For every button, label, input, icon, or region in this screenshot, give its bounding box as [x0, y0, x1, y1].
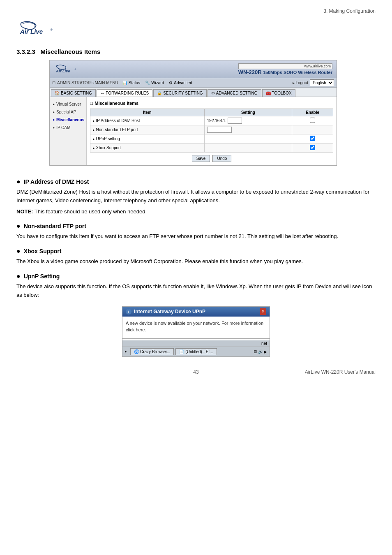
row-enable-upnp [292, 134, 333, 143]
bullet-heading-upnp: UpnP Setting [16, 273, 376, 280]
dmz-checkbox[interactable] [310, 118, 315, 123]
taskbar-item-untitled[interactable]: 📄 (Untitled) - Et... [175, 348, 217, 355]
table-row: Xbox Support [90, 143, 333, 153]
nav-items: 📊 Status 🔧 Wizard ⚙ Advanced [122, 81, 192, 85]
bullet-body-dmz: DMZ (DeMilitarized Zone) Host is a host … [16, 188, 376, 205]
misc-table: Item Setting Enable IP Address of DMZ Ho… [90, 109, 333, 153]
bullet-section-xbox: Xbox Support The Xbox is a video game co… [16, 247, 376, 266]
tab-advanced-setting[interactable]: ⚙ ADVANCED SETTING [208, 89, 261, 97]
ftp-input[interactable] [207, 127, 232, 133]
router-tabs: 🏠 BASIC SETTING ↔ FORWARDING RULES 🔒 SEC… [50, 88, 337, 97]
taskbar-item-browser[interactable]: 🌀 Crazy Browser... [130, 348, 174, 355]
nav-status[interactable]: 📊 Status [122, 81, 140, 85]
svg-text:®: ® [51, 28, 53, 31]
svg-text:Air Live: Air Live [55, 69, 70, 73]
router-header: Air Live ® www.airlive.com WN-220R 150Mb… [50, 60, 337, 78]
row-enable-ftp [292, 125, 333, 134]
router-body: Virtual Server Special AP Miscellaneous … [50, 97, 337, 165]
sys-icon-3: ▶ [264, 349, 267, 354]
row-setting-dmz: 192.168.1. [204, 116, 292, 125]
bullet-body-ftp: You have to configure this item if you w… [16, 232, 376, 241]
save-button[interactable]: Save [192, 155, 210, 162]
row-setting-ftp [204, 125, 292, 134]
tab-forwarding-rules[interactable]: ↔ FORWARDING RULES [97, 89, 152, 97]
bullet-body-xbox: The Xbox is a video game console produce… [16, 257, 376, 266]
router-sidebar: Virtual Server Special AP Miscellaneous … [50, 97, 87, 165]
page-icon: 📄 [179, 349, 184, 354]
upnp-taskbar: ▸ 🌀 Crazy Browser... 📄 (Untitled) - Et..… [122, 347, 270, 356]
website-label: www.airlive.com [238, 63, 332, 69]
col-header-setting: Setting [204, 109, 292, 116]
col-header-item: Item [90, 109, 205, 116]
language-select[interactable]: English [310, 79, 334, 86]
chapter-label: 3. Making Configuration [323, 8, 376, 14]
bullet-section-upnp: UpnP Setting The device also supports th… [16, 273, 376, 300]
tab-security-setting[interactable]: 🔒 SECURITY SETTING [153, 89, 207, 97]
logo-area: Air Live ® [16, 18, 376, 40]
svg-text:Air Live: Air Live [20, 28, 43, 35]
tab-toolbox[interactable]: 🧰 TOOLBOX [262, 89, 295, 97]
nav-wizard[interactable]: 🔧 Wizard [145, 81, 164, 85]
sys-icon-2: 🔊 [258, 349, 263, 354]
logout-button[interactable]: ▸ Logout [293, 81, 308, 85]
bullet-section-dmz: IP Address of DMZ Host DMZ (DeMilitarize… [16, 178, 376, 216]
note-dmz: NOTE: This feature should be used only w… [16, 208, 376, 216]
nav-advanced[interactable]: ⚙ Advanced [169, 81, 192, 85]
sidebar-item-ip-cam[interactable]: IP CAM [50, 124, 86, 132]
logout-area: ▸ Logout English [293, 79, 334, 86]
sidebar-item-virtual-server[interactable]: Virtual Server [50, 100, 86, 108]
sys-icon-1: 🖥 [253, 349, 257, 354]
sidebar-item-miscellaneous[interactable]: Miscellaneous [50, 116, 86, 124]
upnp-checkbox[interactable] [310, 136, 315, 141]
dmz-input[interactable] [228, 118, 242, 124]
router-logo: Air Live ® [54, 63, 87, 75]
upnp-popup: i Internet Gateway Device UPnP ✕ A new d… [122, 306, 270, 357]
model-desc: 150Mbps SOHO Wireless Router [263, 70, 332, 75]
section-title: 3.3.2.3 Miscellaneous Items [16, 48, 376, 55]
router-nav: ☐ ADMINISTRATOR's MAIN MENU 📊 Status 🔧 W… [50, 78, 337, 88]
taskbar-arrow: ▸ [125, 349, 127, 354]
admin-menu: ☐ ADMINISTRATOR's MAIN MENU [52, 81, 118, 85]
router-brand: Air Live ® [54, 63, 87, 75]
footer-page-number: 43 [136, 369, 256, 375]
row-setting-xbox [204, 143, 292, 153]
upnp-icon: i [126, 309, 131, 314]
airlive-logo: Air Live ® [16, 18, 66, 39]
bullet-body-upnp: The device also supports this function. … [16, 282, 376, 300]
row-label-dmz: IP Address of DMZ Host [90, 116, 205, 125]
row-label-upnp: UPnP setting [90, 134, 205, 143]
browser-icon: 🌀 [134, 349, 139, 354]
row-label-ftp: Non-standard FTP port [90, 125, 205, 134]
upnp-net-suffix: net [122, 340, 270, 347]
row-setting-upnp [204, 134, 292, 143]
table-row: Non-standard FTP port [90, 125, 333, 134]
svg-text:®: ® [75, 68, 76, 71]
content-title: Miscellaneous Items [90, 100, 333, 106]
row-enable-dmz [292, 116, 333, 125]
undo-button[interactable]: Undo [212, 155, 231, 162]
router-ui: Air Live ® www.airlive.com WN-220R 150Mb… [49, 60, 337, 166]
bullet-section-ftp: Non-standard FTP port You have to config… [16, 222, 376, 241]
taskbar-system-icons: 🖥 🔊 ▶ [253, 349, 267, 354]
row-enable-xbox [292, 143, 333, 153]
upnp-close-button[interactable]: ✕ [260, 308, 266, 315]
router-model-info: www.airlive.com WN-220R 150Mbps SOHO Wir… [238, 63, 332, 75]
table-row: IP Address of DMZ Host 192.168.1. [90, 116, 333, 125]
table-row: UPnP setting [90, 134, 333, 143]
upnp-titlebar-left: i Internet Gateway Device UPnP [126, 309, 205, 314]
page-header-right: 3. Making Configuration [16, 8, 376, 14]
model-name: WN-220R [238, 69, 262, 75]
col-header-enable: Enable [292, 109, 333, 116]
tab-basic-setting[interactable]: 🏠 BASIC SETTING [51, 89, 96, 97]
upnp-section: i Internet Gateway Device UPnP ✕ A new d… [16, 306, 376, 357]
router-content: Miscellaneous Items Item Setting Enable … [87, 97, 337, 165]
upnp-body: A new device is now available on your ne… [122, 317, 270, 337]
row-label-xbox: Xbox Support [90, 143, 205, 153]
footer-manual-title: AirLive WN-220R User's Manual [256, 369, 376, 375]
xbox-checkbox[interactable] [310, 145, 315, 150]
page-footer: 43 AirLive WN-220R User's Manual [16, 369, 376, 375]
bullet-heading-ftp: Non-standard FTP port [16, 222, 376, 230]
sidebar-item-special-ap[interactable]: Special AP [50, 108, 86, 116]
save-undo-area: Save Undo [90, 155, 333, 162]
bullet-heading-xbox: Xbox Support [16, 247, 376, 255]
